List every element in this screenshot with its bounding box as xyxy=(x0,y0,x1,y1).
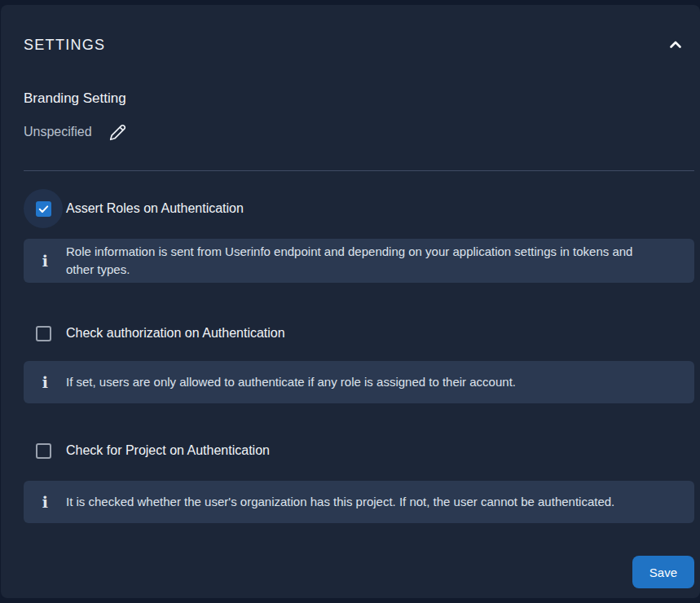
checkbox-halo xyxy=(24,189,63,228)
save-button[interactable]: Save xyxy=(632,556,694,588)
check-project-info-text: It is checked whether the user's organiz… xyxy=(66,493,614,511)
setting-row-check-authorization: Check authorization on Authentication xyxy=(24,314,694,353)
settings-card-header: SETTINGS xyxy=(24,34,694,55)
page-title: SETTINGS xyxy=(24,35,105,55)
info-icon: ℹ xyxy=(24,495,66,510)
check-authorization-label[interactable]: Check authorization on Authentication xyxy=(66,326,285,341)
assert-roles-checkbox[interactable] xyxy=(36,201,51,217)
check-authorization-info-box: ℹ If set, users are only allowed to auth… xyxy=(24,361,694,403)
check-project-label[interactable]: Check for Project on Authentication xyxy=(66,443,270,458)
info-icon: ℹ xyxy=(24,253,66,269)
check-project-checkbox[interactable] xyxy=(36,443,51,459)
settings-card: SETTINGS Branding Setting Unspecified xyxy=(1,5,700,598)
divider xyxy=(24,170,694,171)
pencil-icon xyxy=(107,121,129,143)
checkmark-icon xyxy=(37,203,50,215)
collapse-panel-button[interactable] xyxy=(665,34,686,55)
info-icon: ℹ xyxy=(24,375,66,390)
setting-row-assert-roles: Assert Roles on Authentication xyxy=(24,189,694,228)
branding-value-row: Unspecified xyxy=(24,121,694,143)
chevron-up-icon xyxy=(666,35,685,55)
assert-roles-info-box: ℹ Role information is sent from Userinfo… xyxy=(24,239,694,283)
assert-roles-label[interactable]: Assert Roles on Authentication xyxy=(66,201,244,216)
edit-branding-button[interactable] xyxy=(107,121,130,143)
checkbox-halo xyxy=(24,431,63,470)
branding-value: Unspecified xyxy=(24,125,92,139)
setting-row-check-project: Check for Project on Authentication xyxy=(24,431,694,470)
branding-setting-heading: Branding Setting xyxy=(24,90,694,108)
page-background: SETTINGS Branding Setting Unspecified xyxy=(0,0,700,603)
check-project-info-box: ℹ It is checked whether the user's organ… xyxy=(24,481,694,523)
assert-roles-info-text: Role information is sent from Userinfo e… xyxy=(66,243,636,279)
check-authorization-info-text: If set, users are only allowed to authen… xyxy=(66,373,516,391)
check-authorization-checkbox[interactable] xyxy=(36,326,51,341)
checkbox-halo xyxy=(24,314,63,353)
